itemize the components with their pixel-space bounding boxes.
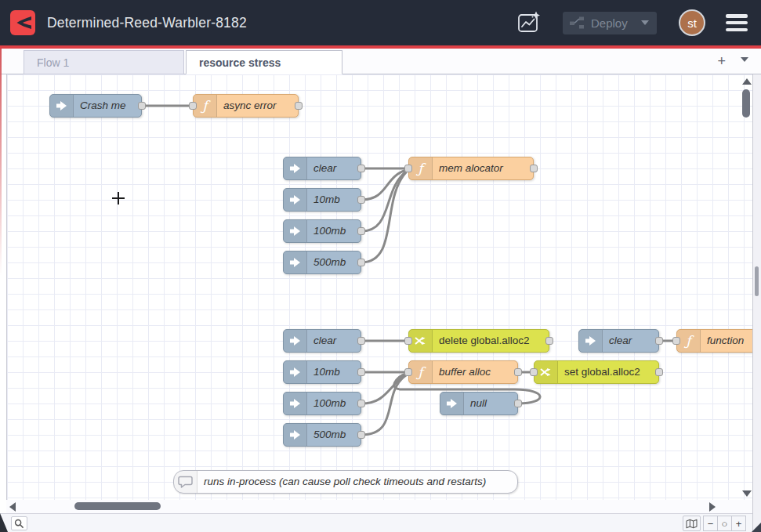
node-inject[interactable]: 100mb	[283, 219, 361, 243]
output-port[interactable]	[530, 165, 538, 172]
zoom-reset-button[interactable]: ○	[717, 516, 732, 531]
node-label: 500mb	[313, 252, 346, 273]
output-port[interactable]	[357, 165, 365, 172]
horizontal-scrollbar[interactable]	[6, 500, 752, 513]
input-port[interactable]	[404, 165, 412, 172]
zoom-out-button[interactable]: −	[703, 516, 718, 531]
tab-flow-1[interactable]: Flow 1	[24, 50, 184, 74]
user-avatar[interactable]: st	[679, 9, 705, 36]
inject-icon	[440, 393, 464, 414]
node-label: delete global.alloc2	[439, 330, 530, 352]
node-label: 10mb	[313, 189, 340, 211]
wires-layer	[7, 74, 752, 500]
search-icon	[14, 519, 24, 529]
function-icon: ƒ	[409, 157, 433, 179]
output-port[interactable]	[357, 337, 365, 345]
node-label: clear	[313, 330, 336, 352]
scroll-up-arrow-icon[interactable]	[742, 78, 752, 85]
input-port[interactable]	[672, 337, 680, 345]
node-change[interactable]: set global.alloc2	[534, 360, 659, 384]
header: Determined-Reed-Warbler-8182 Deploy st	[0, 0, 761, 45]
deploy-label: Deploy	[591, 16, 641, 30]
node-inject[interactable]: clear	[283, 329, 361, 353]
node-inject[interactable]: 500mb	[283, 423, 361, 447]
output-port[interactable]	[357, 196, 365, 204]
output-port[interactable]	[357, 259, 365, 266]
node-label: Crash me	[80, 95, 126, 117]
output-port[interactable]	[357, 368, 365, 376]
node-label: set global.alloc2	[564, 361, 640, 383]
output-port[interactable]	[357, 400, 365, 407]
node-function[interactable]: ƒasync error	[193, 94, 299, 118]
inject-icon	[284, 252, 307, 273]
wire[interactable]	[361, 375, 406, 435]
window-corner	[0, 513, 8, 532]
node-function[interactable]: ƒmem alocator	[408, 157, 534, 180]
add-flow-button[interactable]: +	[717, 53, 726, 70]
zoom-in-button[interactable]: +	[731, 516, 746, 531]
node-inject[interactable]: 10mb	[283, 188, 361, 212]
node-label: 500mb	[313, 424, 346, 446]
inject-icon	[284, 220, 307, 242]
search-flows-button[interactable]	[11, 516, 27, 530]
main-menu-button[interactable]	[726, 14, 748, 31]
node-label: 100mb	[313, 393, 346, 414]
output-port[interactable]	[655, 337, 663, 345]
output-port[interactable]	[655, 368, 663, 376]
input-port[interactable]	[530, 368, 538, 376]
input-port[interactable]	[189, 102, 197, 110]
horizontal-scroll-thumb[interactable]	[74, 502, 161, 510]
zoom-controls: − ○ +	[704, 516, 746, 531]
page-scrollbar[interactable]	[752, 74, 761, 532]
node-function[interactable]: ƒbuffer alloc	[408, 360, 518, 384]
node-inject[interactable]: clear	[578, 329, 659, 353]
scroll-down-arrow-icon[interactable]	[742, 490, 752, 497]
inject-icon	[284, 393, 307, 414]
node-inject[interactable]: 100mb	[283, 392, 361, 415]
inject-icon	[579, 330, 603, 352]
input-port[interactable]	[404, 337, 412, 345]
page-scroll-thumb[interactable]	[755, 266, 759, 296]
output-port[interactable]	[357, 431, 365, 439]
inject-icon	[284, 424, 307, 446]
output-port[interactable]	[357, 227, 365, 235]
node-label: runs in-process (can cause poll check ti…	[204, 471, 486, 493]
navigator-button[interactable]	[683, 516, 701, 531]
ai-assistant-icon[interactable]	[516, 9, 542, 36]
vertical-scroll-thumb[interactable]	[742, 89, 750, 118]
resize-grip-icon[interactable]	[752, 523, 761, 532]
flowfuse-logo-icon	[10, 10, 35, 35]
flow-tabbar: Flow 1 resource stress +	[0, 49, 761, 74]
node-comment[interactable]: runs in-process (can cause poll check ti…	[173, 470, 518, 494]
node-label: 100mb	[313, 220, 346, 242]
scroll-right-arrow-icon[interactable]	[709, 502, 716, 512]
change-icon	[535, 361, 558, 383]
vertical-scrollbar[interactable]	[741, 77, 752, 498]
node-label: clear	[609, 330, 632, 352]
function-icon: ƒ	[409, 361, 433, 383]
node-label: async error	[223, 95, 277, 117]
node-inject[interactable]: Crash me	[49, 94, 142, 118]
menu-bar-icon	[726, 21, 748, 25]
tab-list-caret-icon[interactable]	[741, 57, 748, 62]
node-label: clear	[313, 157, 336, 179]
node-inject[interactable]: clear	[283, 157, 361, 180]
flow-canvas[interactable]: Crash meƒasync errorclear10mb100mb500mbƒ…	[6, 74, 752, 500]
node-function[interactable]: ƒfunction	[676, 329, 752, 353]
scroll-left-arrow-icon[interactable]	[9, 502, 16, 512]
workspace-footer: − ○ +	[0, 513, 752, 532]
tab-resource-stress[interactable]: resource stress	[186, 50, 342, 74]
deploy-options-caret-icon[interactable]	[641, 20, 649, 25]
comment-icon	[174, 471, 197, 493]
node-inject[interactable]: 500mb	[283, 251, 361, 274]
output-port[interactable]	[138, 102, 146, 110]
node-inject[interactable]: 10mb	[283, 360, 361, 384]
output-port[interactable]	[514, 368, 522, 376]
input-port[interactable]	[404, 368, 412, 376]
deploy-button[interactable]: Deploy	[563, 12, 657, 34]
output-port[interactable]	[545, 337, 553, 345]
node-change[interactable]: delete global.alloc2	[408, 329, 549, 353]
output-port[interactable]	[514, 400, 522, 407]
node-inject[interactable]: null	[440, 392, 518, 415]
output-port[interactable]	[295, 102, 303, 110]
